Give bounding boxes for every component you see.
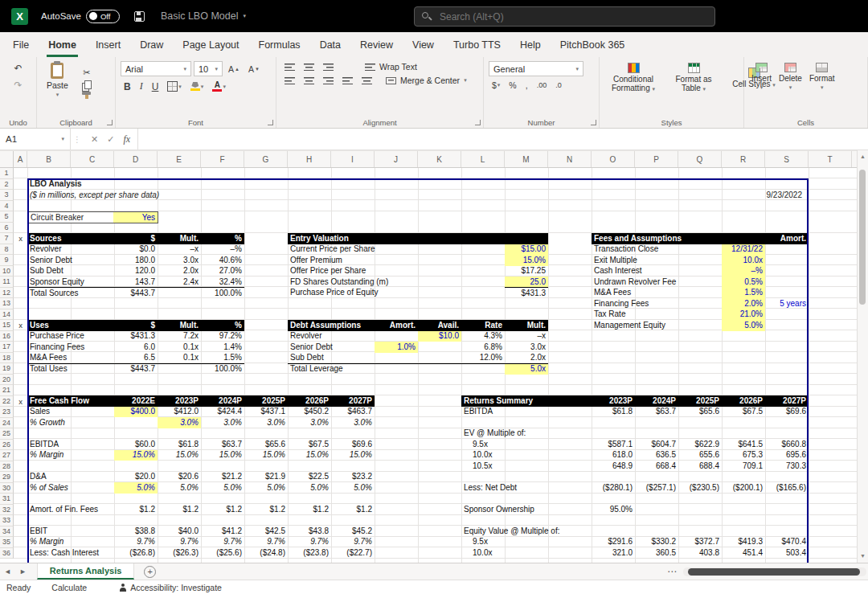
cell[interactable] [418,363,461,375]
cell[interactable]: $419.3 [722,537,765,548]
cell[interactable]: Revolver [288,331,375,342]
column-header-M[interactable]: M [505,151,548,167]
cell[interactable]: 5.0% [244,482,288,494]
cell[interactable]: $0.0 [114,244,158,256]
cell[interactable]: 0.5% [722,277,765,288]
cell[interactable]: 10.5x [461,461,592,472]
cell[interactable]: $660.8 [765,439,809,450]
cell[interactable] [114,417,158,428]
cell[interactable]: $22.5 [288,472,331,483]
cell[interactable]: 618.0 [592,450,635,461]
name-box[interactable]: A1 ▾ [0,129,71,150]
cell[interactable]: 3.0x [505,342,548,353]
column-a-flag[interactable]: x [14,320,27,331]
cell[interactable] [765,266,809,277]
cell[interactable]: –% [722,266,765,277]
cell[interactable]: $61.8 [158,439,201,450]
cell[interactable]: $41.2 [201,526,244,537]
row-header-18[interactable]: 18 [0,353,14,364]
cell[interactable] [765,288,809,299]
cell[interactable]: $424.4 [201,407,244,418]
cell[interactable]: 9.7% [244,537,288,548]
cell[interactable]: $20.6 [158,472,201,483]
cell[interactable]: Offer Price per Share [288,266,505,277]
menu-tab-view[interactable]: View [403,32,444,57]
cell[interactable]: 100.0% [201,363,244,375]
cell[interactable]: Mult. [158,320,201,331]
cell[interactable] [461,494,592,505]
cell[interactable] [27,494,114,505]
cell[interactable]: $17.25 [505,266,548,277]
more-options-icon[interactable]: ⋯ [661,566,683,577]
decrease-decimal-button[interactable]: .0 [552,80,565,91]
cell[interactable]: Current Price per Share [288,244,505,256]
cell[interactable]: $641.5 [722,439,765,450]
font-dialog-launcher[interactable] [268,120,273,125]
cell[interactable]: 0.1x [158,342,201,353]
column-a-flag[interactable]: x [14,396,27,408]
cell[interactable]: $604.7 [635,439,678,450]
cell[interactable]: 2026P [722,395,765,407]
cell-circuit-breaker-value[interactable]: Yes [113,212,158,223]
cell[interactable]: 5.0% [331,482,375,494]
cell[interactable]: $67.5 [288,439,331,450]
cell[interactable]: 9.7% [201,537,244,548]
cell[interactable]: 6.8% [461,342,505,353]
column-header-I[interactable]: I [331,151,375,167]
enter-entry-button[interactable]: ✓ [103,134,118,145]
cell[interactable]: Financing Fees [27,342,114,353]
cell[interactable]: –% [201,244,244,256]
cell[interactable]: 2023P [158,395,201,407]
cell[interactable]: $1.2 [158,504,201,515]
cell[interactable]: 1.0% [375,342,418,353]
search-input[interactable] [438,10,707,23]
cell[interactable]: $65.6 [244,439,288,450]
column-header-A[interactable]: A [14,151,27,167]
cell[interactable]: 2024P [201,395,244,407]
menu-tab-data[interactable]: Data [310,32,350,57]
align-bottom-button[interactable] [320,61,337,72]
cell[interactable]: 15.0% [288,450,331,461]
cell[interactable]: Transaction Close [592,244,722,256]
cell[interactable]: 0.1x [158,353,201,364]
cell[interactable]: 12.0% [461,353,505,364]
cell[interactable]: Equity Value @ Multiple of: [461,526,592,537]
alignment-dialog-launcher[interactable] [475,120,481,125]
cell[interactable]: 2.4x [158,277,201,288]
cell[interactable]: 5.0x [505,363,548,375]
cell[interactable]: 9.7% [158,537,201,548]
cell[interactable]: Mult. [158,233,201,244]
cell[interactable]: 15.0% [201,450,244,461]
cell[interactable]: 12/31/22 [722,244,765,256]
cell[interactable]: $10.0 [418,331,461,342]
cell[interactable]: $65.6 [678,407,722,418]
cell[interactable] [461,363,505,375]
row-header-30[interactable]: 30 [0,483,14,494]
column-header-J[interactable]: J [375,151,418,167]
cell[interactable]: $67.5 [722,407,765,418]
cell[interactable]: 180.0 [114,255,158,266]
cell[interactable]: $400.0 [114,407,158,418]
increase-indent-button[interactable] [358,75,375,86]
percent-style-button[interactable]: % [506,79,519,92]
bold-button[interactable]: B [121,80,134,94]
column-header-D[interactable]: D [114,151,158,167]
menu-tab-turbo-tts[interactable]: Turbo TTS [444,32,510,57]
cell[interactable] [461,515,592,526]
decrease-indent-button[interactable] [339,75,356,86]
cell[interactable]: $622.9 [678,439,722,450]
cell[interactable]: 9.5x [461,439,592,450]
horizontal-scrollbar[interactable] [683,567,866,576]
cell[interactable]: 2022E [114,395,158,407]
cell[interactable] [765,244,809,256]
cell[interactable]: $1.2 [331,504,375,515]
format-painter-button[interactable] [80,92,93,95]
row-header-36[interactable]: 36 [0,548,14,559]
copy-button[interactable] [80,80,93,89]
cell[interactable]: 2025P [244,395,288,407]
cell[interactable]: 451.4 [722,547,765,559]
row-header-9[interactable]: 9 [0,255,14,266]
align-middle-button[interactable] [301,61,317,72]
cell[interactable]: ($25.6) [201,547,244,559]
vertical-scrollbar[interactable]: ▲ ▼ [857,150,868,563]
